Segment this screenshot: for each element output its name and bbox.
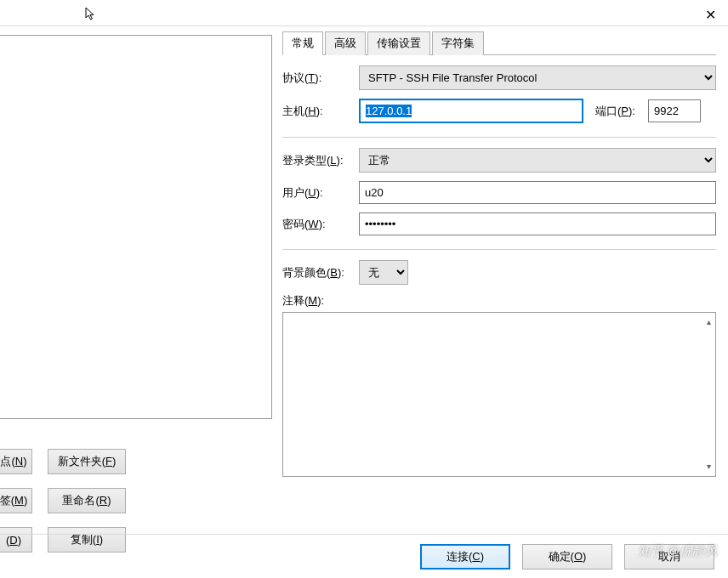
host-label: 主机(H): <box>282 104 352 119</box>
port-input[interactable] <box>648 99 701 122</box>
user-input[interactable] <box>359 181 716 204</box>
bgcolor-label: 背景颜色(B): <box>282 265 352 280</box>
protocol-label: 协议(T): <box>282 71 352 86</box>
tab-advanced[interactable]: 高级 <box>325 31 366 55</box>
connect-button[interactable]: 连接(C) <box>420 544 510 570</box>
password-input[interactable] <box>359 212 716 235</box>
new-bookmark-button[interactable]: 签(M) <box>0 488 32 513</box>
cursor-icon <box>85 7 97 22</box>
close-icon[interactable]: ✕ <box>705 7 716 23</box>
new-folder-button[interactable]: 新文件夹(F) <box>48 449 126 474</box>
user-label: 用户(U): <box>282 185 352 201</box>
tab-charset[interactable]: 字符集 <box>432 31 484 55</box>
tab-transfer[interactable]: 传输设置 <box>367 31 430 55</box>
rename-button[interactable]: 重命名(R) <box>48 488 126 513</box>
protocol-select[interactable]: SFTP - SSH File Transfer Protocol <box>359 65 716 90</box>
new-site-button[interactable]: 点(N) <box>0 449 32 474</box>
settings-tabs: 常规 高级 传输设置 字符集 <box>282 31 716 55</box>
port-label: 端口(P): <box>595 104 641 119</box>
password-label: 密码(W): <box>282 217 352 232</box>
logintype-select[interactable]: 正常 <box>359 148 716 173</box>
host-input[interactable] <box>359 99 583 123</box>
ok-button[interactable]: 确定(O) <box>522 544 612 570</box>
cancel-button[interactable]: 取消 <box>624 544 714 570</box>
notes-textarea[interactable] <box>282 312 716 477</box>
site-list[interactable] <box>0 35 272 419</box>
notes-label: 注释(M): <box>282 294 324 307</box>
bgcolor-select[interactable]: 无 <box>359 260 408 285</box>
logintype-label: 登录类型(L): <box>282 153 352 168</box>
tab-general[interactable]: 常规 <box>282 31 323 55</box>
